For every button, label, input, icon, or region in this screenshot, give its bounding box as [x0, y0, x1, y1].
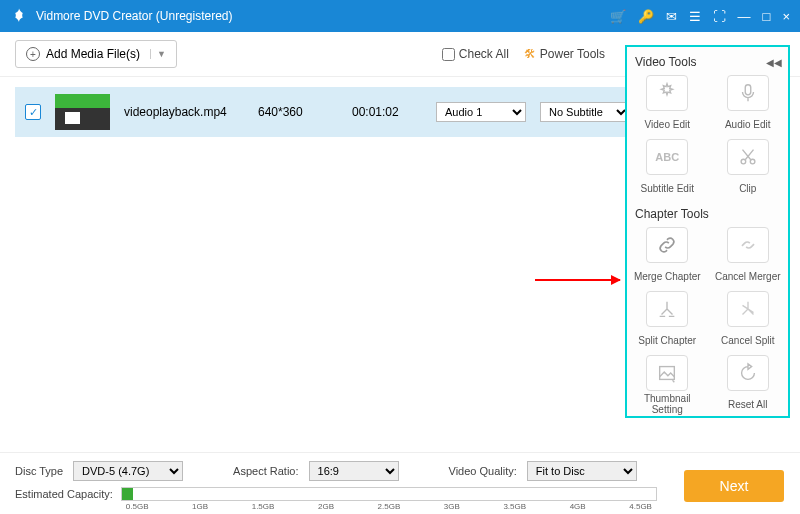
wand-icon — [646, 75, 688, 111]
key-icon[interactable]: 🔑 — [638, 9, 654, 24]
svg-rect-3 — [660, 367, 675, 380]
audio-track-select[interactable]: Audio 1 — [436, 102, 526, 122]
capacity-label: Estimated Capacity: — [15, 488, 113, 500]
scissors-icon — [727, 139, 769, 175]
merge-chapter-button[interactable]: Merge Chapter — [633, 227, 702, 287]
split-icon — [646, 291, 688, 327]
close-icon[interactable]: × — [782, 9, 790, 24]
annotation-arrow — [535, 279, 620, 281]
video-edit-button[interactable]: Video Edit — [633, 75, 702, 135]
check-all-label: Check All — [459, 47, 509, 61]
power-tools-button[interactable]: 🛠 Power Tools — [524, 47, 605, 61]
reset-icon — [727, 355, 769, 391]
app-logo-icon — [10, 7, 28, 25]
subtitle-select[interactable]: No Subtitle — [540, 102, 630, 122]
video-thumbnail — [55, 94, 110, 130]
svg-point-1 — [741, 159, 746, 164]
chevron-down-icon[interactable]: ▼ — [150, 49, 166, 59]
tick: 4.5GB — [629, 502, 652, 511]
check-all[interactable]: Check All — [442, 47, 509, 61]
tick: 2.5GB — [378, 502, 401, 511]
aspect-ratio-label: Aspect Ratio: — [233, 465, 298, 477]
capacity-ticks: 0.5GB 1GB 1.5GB 2GB 2.5GB 3GB 3.5GB 4GB … — [122, 502, 656, 511]
window-controls: 🛒 🔑 ✉ ☰ ⛶ — □ × — [610, 9, 790, 24]
video-edit-label: Video Edit — [645, 113, 690, 135]
split-chapter-button[interactable]: Split Chapter — [633, 291, 702, 351]
menu-icon[interactable]: ☰ — [689, 9, 701, 24]
cancel-split-label: Cancel Split — [721, 329, 774, 351]
tick: 1.5GB — [252, 502, 275, 511]
collapse-icon[interactable]: ◀◀ — [766, 57, 782, 68]
audio-edit-button[interactable]: Audio Edit — [714, 75, 783, 135]
tick: 2GB — [318, 502, 334, 511]
wrench-icon: 🛠 — [524, 47, 536, 61]
tick: 0.5GB — [126, 502, 149, 511]
power-tools-label: Power Tools — [540, 47, 605, 61]
chapter-tools-header: Chapter Tools — [635, 207, 782, 221]
file-duration: 00:01:02 — [352, 105, 422, 119]
audio-edit-label: Audio Edit — [725, 113, 771, 135]
merge-chapter-label: Merge Chapter — [634, 265, 701, 287]
aspect-ratio-select[interactable]: 16:9 — [309, 461, 399, 481]
svg-rect-0 — [745, 85, 751, 95]
add-media-button[interactable]: + Add Media File(s) ▼ — [15, 40, 177, 68]
expand-icon[interactable]: ⛶ — [713, 9, 726, 24]
chapter-tools-title: Chapter Tools — [635, 207, 709, 221]
cancel-split-icon — [727, 291, 769, 327]
tick: 3GB — [444, 502, 460, 511]
split-chapter-label: Split Chapter — [638, 329, 696, 351]
file-resolution: 640*360 — [258, 105, 338, 119]
link-icon — [646, 227, 688, 263]
check-all-checkbox[interactable] — [442, 48, 455, 61]
bottom-bar: Disc Type DVD-5 (4.7G) Aspect Ratio: 16:… — [0, 452, 800, 514]
minimize-icon[interactable]: — — [738, 9, 751, 24]
subtitle-edit-label: Subtitle Edit — [641, 177, 694, 199]
thumbnail-setting-label: Thumbnail Setting — [644, 393, 691, 415]
tick: 4GB — [570, 502, 586, 511]
next-button[interactable]: Next — [684, 470, 784, 502]
video-tools-header: Video Tools ◀◀ — [635, 55, 782, 69]
clip-button[interactable]: Clip — [714, 139, 783, 199]
side-panel: Video Tools ◀◀ Video Edit Audio Edit ABC… — [625, 45, 790, 418]
abc-icon: ABC — [646, 139, 688, 175]
reset-all-label: Reset All — [728, 393, 767, 415]
cancel-split-button[interactable]: Cancel Split — [714, 291, 783, 351]
thumbnail-setting-button[interactable]: Thumbnail Setting — [633, 355, 702, 415]
cancel-merger-button[interactable]: Cancel Merger — [714, 227, 783, 287]
maximize-icon[interactable]: □ — [763, 9, 771, 24]
reset-all-button[interactable]: Reset All — [714, 355, 783, 415]
cart-icon[interactable]: 🛒 — [610, 9, 626, 24]
file-name: videoplayback.mp4 — [124, 105, 244, 119]
window-title: Vidmore DVD Creator (Unregistered) — [36, 9, 610, 23]
video-tools-title: Video Tools — [635, 55, 697, 69]
capacity-bar: 0.5GB 1GB 1.5GB 2GB 2.5GB 3GB 3.5GB 4GB … — [121, 487, 657, 501]
disc-type-label: Disc Type — [15, 465, 63, 477]
microphone-icon — [727, 75, 769, 111]
unlink-icon — [727, 227, 769, 263]
image-icon — [646, 355, 688, 391]
video-quality-select[interactable]: Fit to Disc — [527, 461, 637, 481]
add-media-label: Add Media File(s) — [46, 47, 140, 61]
titlebar: Vidmore DVD Creator (Unregistered) 🛒 🔑 ✉… — [0, 0, 800, 32]
tick: 1GB — [192, 502, 208, 511]
capacity-fill — [122, 488, 133, 500]
clip-label: Clip — [739, 177, 756, 199]
svg-point-2 — [750, 159, 755, 164]
tick: 3.5GB — [503, 502, 526, 511]
row-checkbox[interactable]: ✓ — [25, 104, 41, 120]
video-quality-label: Video Quality: — [449, 465, 517, 477]
disc-type-select[interactable]: DVD-5 (4.7G) — [73, 461, 183, 481]
mail-icon[interactable]: ✉ — [666, 9, 677, 24]
plus-icon: + — [26, 47, 40, 61]
subtitle-edit-button[interactable]: ABC Subtitle Edit — [633, 139, 702, 199]
cancel-merger-label: Cancel Merger — [715, 265, 781, 287]
